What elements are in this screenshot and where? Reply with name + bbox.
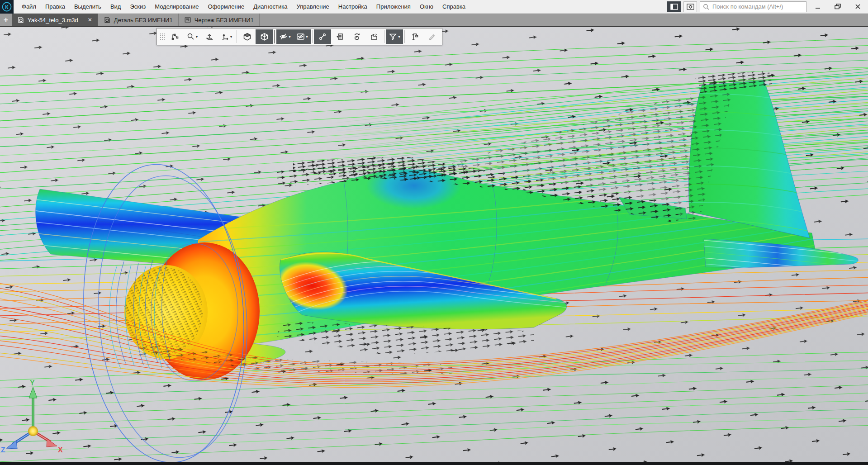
menu-item-12[interactable]: Справка	[438, 0, 470, 14]
linked-points-icon	[318, 33, 327, 41]
wireframe-cube-icon	[260, 33, 269, 41]
panel-layout-icon	[670, 4, 678, 10]
construction-tools-button[interactable]	[406, 29, 423, 44]
filter-button[interactable]: ▾	[386, 29, 403, 44]
titlebar-right-controls	[667, 0, 868, 13]
menu-item-9[interactable]: Настройка	[334, 0, 372, 14]
eye-box-icon	[296, 33, 305, 41]
shaded-view-button[interactable]	[238, 29, 256, 44]
funnel-icon	[389, 33, 397, 41]
hide-objects-button[interactable]: ▾	[276, 29, 294, 44]
orientation-button[interactable]: ▾	[218, 29, 235, 44]
toolbar-separator	[384, 30, 384, 43]
shaded-cube-icon	[243, 33, 251, 41]
parametric-mode-button[interactable]	[314, 29, 331, 44]
dropdown-caret[interactable]: ▾	[289, 35, 291, 39]
minimize-icon	[815, 4, 821, 9]
crane-icon	[411, 33, 419, 41]
menu-item-1[interactable]: Правка	[41, 0, 70, 14]
app-logo: К	[0, 0, 14, 14]
kompas-logo-icon: К	[1, 1, 13, 13]
toolbar-separator	[274, 30, 275, 43]
sheet-arrow-icon	[336, 33, 344, 41]
toolbar-separator	[404, 30, 405, 43]
dropdown-caret[interactable]: ▾	[398, 35, 400, 39]
eyedropper-button[interactable]	[423, 29, 441, 44]
vector-overlay-bottom	[0, 378, 868, 465]
menu-item-4[interactable]: Эскиз	[125, 0, 150, 14]
polyline-nodes-icon	[171, 33, 179, 41]
menu-item-11[interactable]: Окно	[415, 0, 438, 14]
document-tab-bar: + Yak-54_telo_3.m3d ✕ Деталь БЕЗ ИМЕНИ1 …	[0, 14, 868, 27]
search-icon	[703, 4, 709, 10]
menu-item-2[interactable]: Выделить	[70, 0, 106, 14]
update-view-button[interactable]	[166, 29, 184, 44]
restore-button[interactable]	[829, 0, 846, 13]
grip-dots-icon	[160, 33, 165, 40]
restore-icon	[835, 4, 841, 9]
minimize-button[interactable]	[809, 0, 826, 13]
layout-panels-button[interactable]	[667, 1, 681, 12]
menu-item-5[interactable]: Моделирование	[150, 0, 203, 14]
view-toolbar: ▾ ▾	[157, 28, 442, 45]
tab-drawing-unnamed[interactable]: Чертеж БЕЗ ИМЕНИ1	[179, 14, 260, 26]
wireframe-view-button[interactable]	[256, 29, 273, 44]
tab-label: Yak-54_telo_3.m3d	[28, 17, 78, 24]
zoom-tools-button[interactable]: ▾	[184, 29, 201, 44]
menu-item-7[interactable]: Диагностика	[249, 0, 292, 14]
close-icon	[855, 4, 861, 9]
toolbar-grip[interactable]	[158, 33, 166, 40]
tab-yak54-model[interactable]: Yak-54_telo_3.m3d ✕	[12, 14, 98, 26]
dropdown-caret[interactable]: ▾	[306, 35, 308, 39]
close-button[interactable]	[849, 0, 866, 13]
svg-text:К: К	[5, 4, 9, 10]
tab-label: Деталь БЕЗ ИМЕНИ1	[114, 17, 173, 24]
part-document-icon	[17, 16, 24, 24]
new-tab-button[interactable]: +	[0, 14, 12, 26]
section-view-button[interactable]	[365, 29, 383, 44]
menu-item-10[interactable]: Приложения	[372, 0, 415, 14]
viewport-3d[interactable]: Y Z X	[0, 27, 868, 465]
axis-label-y: Y	[30, 379, 35, 387]
tab-close-icon[interactable]: ✕	[88, 17, 92, 23]
axis-label-x: X	[58, 446, 63, 454]
panel-gear-icon	[687, 4, 694, 10]
normal-arrow-icon	[205, 33, 213, 41]
drawing-document-icon	[184, 16, 191, 24]
hide-scene-objects-button[interactable]: ▾	[294, 29, 311, 44]
section-solid-icon	[370, 33, 378, 41]
axes-triad-icon	[221, 33, 229, 41]
toolbar-separator	[237, 30, 237, 43]
cube-arrow-icon	[353, 33, 361, 41]
dropdown-caret[interactable]: ▾	[230, 35, 232, 39]
eye-slash-icon	[279, 33, 288, 41]
interface-settings-button[interactable]	[683, 1, 697, 12]
main-menu: ФайлПравкаВыделитьВидЭскизМоделированиеО…	[17, 0, 470, 14]
part-document-icon	[104, 16, 111, 24]
menu-item-8[interactable]: Управление	[292, 0, 334, 14]
tab-detail-unnamed[interactable]: Деталь БЕЗ ИМЕНИ1	[98, 14, 179, 26]
toolbar-separator	[312, 30, 313, 43]
unfold-button[interactable]	[348, 29, 365, 44]
axis-label-z: Z	[1, 446, 5, 454]
menu-item-3[interactable]: Вид	[106, 0, 126, 14]
dropdown-caret[interactable]: ▾	[196, 35, 198, 39]
dimensions-panel-button[interactable]	[331, 29, 348, 44]
magnifier-dots-icon	[187, 33, 195, 41]
viewport-area: Y Z X ▾	[0, 27, 868, 465]
eyedropper-icon	[428, 33, 436, 41]
title-bar: К ФайлПравкаВыделитьВидЭскизМоделировани…	[0, 0, 868, 14]
normal-to-button[interactable]	[201, 29, 218, 44]
menu-item-0[interactable]: Файл	[17, 0, 41, 14]
menu-item-6[interactable]: Оформление	[203, 0, 249, 14]
bottom-edge-strip	[0, 462, 868, 465]
command-search	[700, 1, 806, 12]
command-search-input[interactable]	[700, 1, 806, 12]
tab-label: Чертеж БЕЗ ИМЕНИ1	[194, 17, 254, 24]
